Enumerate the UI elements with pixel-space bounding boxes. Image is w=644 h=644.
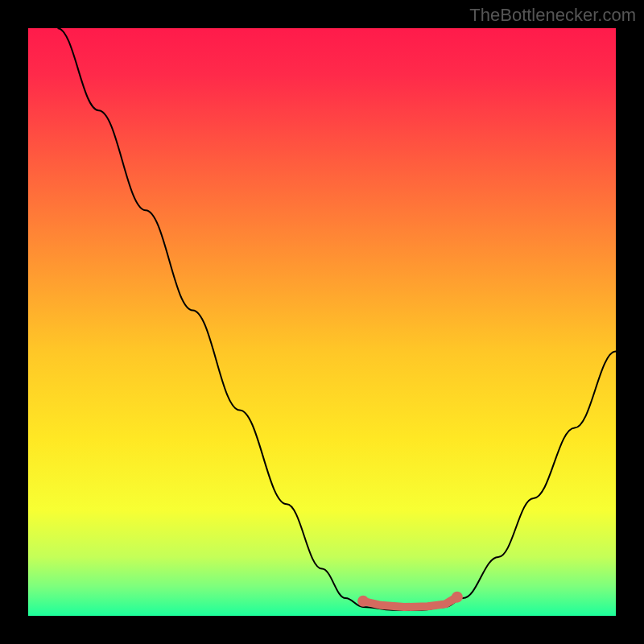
svg-point-0	[357, 596, 369, 607]
chart-plot-area	[28, 28, 616, 616]
svg-point-1	[452, 592, 463, 603]
chart-svg	[28, 28, 616, 616]
chart-background	[28, 28, 616, 616]
watermark-text: TheBottlenecker.com	[469, 5, 636, 26]
